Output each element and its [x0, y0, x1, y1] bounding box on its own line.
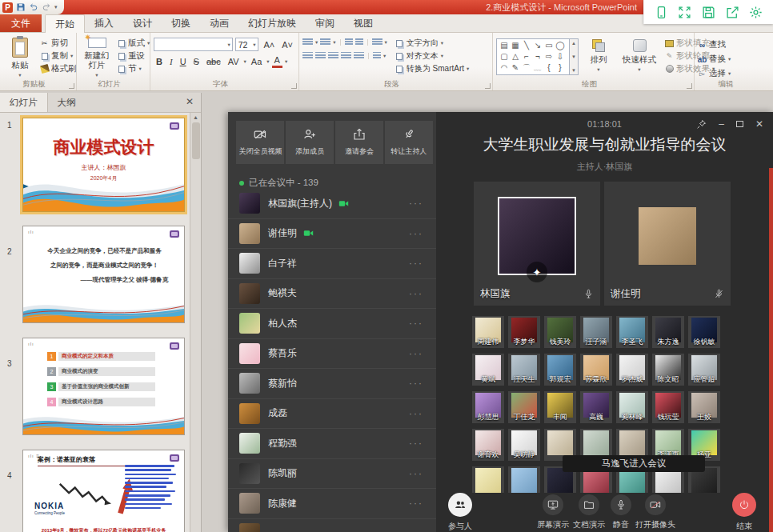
- video-grid-tile[interactable]: 应管超: [688, 354, 720, 386]
- shape-glyph-icon[interactable]: ▢: [499, 53, 510, 61]
- font-style-button[interactable]: S: [191, 56, 202, 67]
- redo-icon[interactable]: [42, 2, 51, 12]
- shape-glyph-icon[interactable]: }: [555, 64, 566, 72]
- participant-row[interactable]: 陈康健···: [228, 489, 436, 519]
- bullets-icon[interactable]: [302, 38, 313, 46]
- shape-glyph-icon[interactable]: ▤: [499, 42, 510, 50]
- more-options-icon[interactable]: ···: [409, 288, 423, 299]
- video-grid-tile[interactable]: 汪子涵: [580, 316, 612, 348]
- video-grid-tile[interactable]: 李梦华: [508, 316, 540, 348]
- more-options-icon[interactable]: ···: [409, 408, 423, 419]
- gear-icon[interactable]: [749, 6, 763, 19]
- new-slide-button[interactable]: 新建幻灯片▾: [80, 36, 114, 80]
- video-grid-tile[interactable]: 钱玩莹: [652, 391, 684, 423]
- video-grid-tile[interactable]: 高巍: [580, 391, 612, 423]
- paste-button[interactable]: 粘贴▾: [3, 36, 37, 80]
- video-grid-tile[interactable]: 李圣飞: [616, 316, 648, 348]
- video-grid-tile[interactable]: 朱方逸: [652, 316, 684, 348]
- align-text-button[interactable]: 对齐文本▾: [395, 50, 470, 62]
- shape-glyph-icon[interactable]: ◯: [555, 42, 566, 50]
- dialog-launcher-icon[interactable]: [69, 83, 74, 89]
- shape-glyph-icon[interactable]: ✎: [510, 64, 521, 72]
- participant-row[interactable]: 谢佳明···: [228, 219, 436, 250]
- shape-glyph-icon[interactable]: ⇨: [543, 53, 555, 61]
- reset-button[interactable]: 重设: [117, 50, 150, 62]
- dialog-launcher-icon[interactable]: [485, 83, 491, 89]
- align-right-icon[interactable]: [328, 52, 338, 60]
- meeting-action-button[interactable]: 关闭全员视频: [236, 121, 284, 164]
- font-style-button[interactable]: AV: [226, 56, 242, 67]
- maximize-icon[interactable]: [736, 121, 743, 127]
- numbering-icon[interactable]: [320, 38, 330, 46]
- video-grid-tile[interactable]: 王姣: [688, 391, 720, 423]
- shape-glyph-icon[interactable]: △: [510, 53, 521, 61]
- font-style-button[interactable]: abc: [204, 56, 223, 67]
- dialog-launcher-icon[interactable]: [291, 83, 297, 89]
- participant-row[interactable]: 柏人杰···: [228, 309, 436, 339]
- tab-outline[interactable]: 大纲: [48, 93, 86, 112]
- toolbar-power-button[interactable]: 结束: [712, 493, 773, 532]
- participant-row[interactable]: 白子祥···: [228, 249, 436, 279]
- shape-glyph-icon[interactable]: ◠: [499, 64, 510, 72]
- panel-scrollbar[interactable]: ▲: [190, 113, 201, 532]
- video-grid-tile[interactable]: 谢育欢: [472, 429, 504, 461]
- more-options-icon[interactable]: ···: [409, 198, 423, 209]
- decrease-indent-icon[interactable]: [345, 38, 353, 46]
- video-tile[interactable]: ✦林国旗: [474, 182, 600, 306]
- shape-glyph-icon[interactable]: ⌒: [521, 64, 532, 72]
- cut-button[interactable]: ✂剪切: [40, 38, 77, 49]
- shape-glyph-icon[interactable]: ⌐: [521, 53, 532, 61]
- pin-icon[interactable]: [696, 119, 707, 130]
- ribbon-tab[interactable]: 开始: [45, 14, 85, 33]
- more-options-icon[interactable]: ···: [409, 528, 423, 532]
- share-icon[interactable]: [726, 6, 739, 19]
- more-options-icon[interactable]: ···: [409, 378, 423, 389]
- phone-icon[interactable]: [655, 6, 668, 19]
- slide-thumbnail-1[interactable]: 商业模式设计 主讲人：林国旗 2020年4月: [22, 118, 185, 212]
- font-style-button[interactable]: U: [178, 56, 189, 67]
- font-style-button[interactable]: A: [272, 55, 282, 68]
- ribbon-tab[interactable]: 设计: [123, 14, 162, 32]
- video-grid-tile[interactable]: 丁佳龙: [508, 391, 540, 423]
- shape-glyph-icon[interactable]: ⇩: [555, 53, 566, 61]
- video-grid-tile[interactable]: 奚林峰: [616, 391, 648, 423]
- shape-glyph-icon[interactable]: ¬: [532, 53, 543, 61]
- align-center-icon[interactable]: [315, 52, 326, 60]
- shapes-gallery-scroll[interactable]: ▲▼▼: [570, 38, 579, 75]
- layout-button[interactable]: 版式▾: [117, 38, 150, 49]
- ribbon-tab[interactable]: 审阅: [306, 14, 344, 32]
- ribbon-tab[interactable]: 视图: [344, 14, 382, 32]
- font-style-button[interactable]: I: [167, 56, 175, 67]
- shape-glyph-icon[interactable]: ﹏: [532, 64, 543, 72]
- participant-row[interactable]: 蔡吾乐···: [228, 339, 436, 370]
- scroll-up-icon[interactable]: ▲: [193, 114, 198, 120]
- font-style-button[interactable]: B: [154, 56, 165, 67]
- video-grid-tile[interactable]: [472, 466, 504, 493]
- quick-styles-button[interactable]: 快速样式▾: [619, 36, 660, 80]
- minimize-icon[interactable]: –: [719, 118, 724, 130]
- video-grid-tile[interactable]: 罗杰威: [616, 354, 648, 386]
- more-options-icon[interactable]: ···: [409, 498, 423, 509]
- video-grid-tile[interactable]: 苏霖欣: [580, 354, 612, 386]
- replace-button[interactable]: ab替换▾: [698, 54, 762, 65]
- ribbon-tab[interactable]: 幻灯片放映: [238, 14, 306, 32]
- align-left-icon[interactable]: [302, 52, 313, 60]
- increase-indent-icon[interactable]: [355, 38, 363, 46]
- distribute-icon[interactable]: [354, 52, 364, 60]
- section-button[interactable]: 节▾: [117, 63, 150, 74]
- columns-icon[interactable]: [373, 52, 381, 60]
- participant-row[interactable]: 林国旗(主持人)···: [228, 189, 436, 219]
- video-grid-tile[interactable]: 陈文昭: [652, 354, 684, 386]
- video-grid-tile[interactable]: 汪天生: [508, 354, 540, 386]
- close-icon[interactable]: ✕: [755, 118, 763, 130]
- ribbon-tab[interactable]: 切换: [162, 14, 200, 32]
- toolbar-people-button[interactable]: 参与人: [428, 493, 492, 532]
- shrink-font-button[interactable]: A˅: [279, 39, 295, 50]
- video-grid-tile[interactable]: 钱美玲: [544, 316, 576, 348]
- shape-glyph-icon[interactable]: ▭: [543, 42, 555, 50]
- meeting-action-button[interactable]: 邀请参会: [335, 121, 383, 164]
- undo-icon[interactable]: [29, 2, 38, 12]
- panel-close-icon[interactable]: ✕: [178, 93, 201, 112]
- qat-dropdown-icon[interactable]: ▾: [54, 4, 58, 10]
- video-grid-tile[interactable]: 黄斌: [472, 354, 504, 386]
